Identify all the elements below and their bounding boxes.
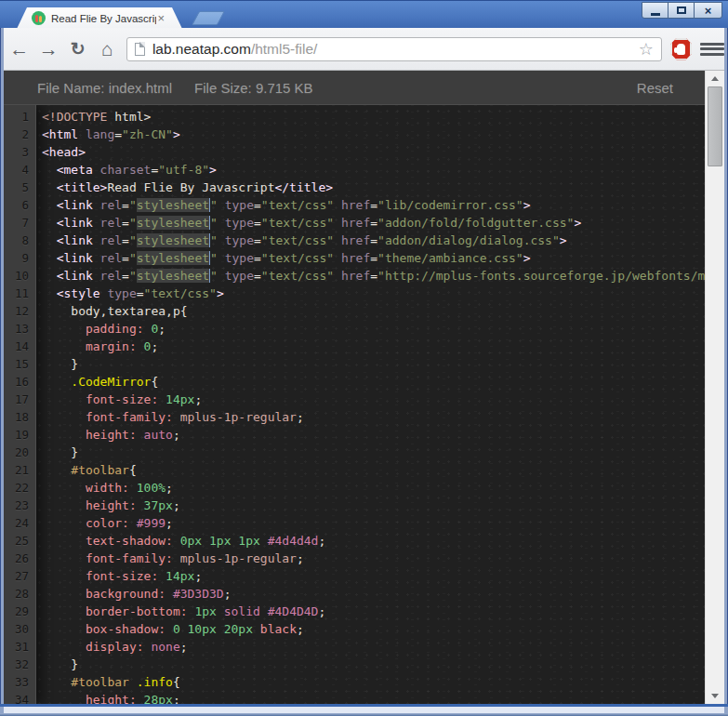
code-line[interactable]: <link rel="stylesheet" type="text/css" h… — [42, 249, 705, 267]
code-token-prop: height: — [86, 428, 137, 442]
code-line[interactable]: border-bottom: 1px solid #4D4D4D; — [42, 603, 705, 620]
code-editor[interactable]: 1234567891011121314151617181920212223242… — [4, 105, 705, 704]
code-line[interactable]: height: 28px; — [42, 691, 705, 704]
tab-title: Read Flie By Javascript — [51, 13, 156, 24]
maximize-icon — [677, 7, 686, 14]
code-line[interactable]: #toolbar{ — [42, 461, 705, 479]
code-token-attr: rel — [93, 198, 122, 212]
code-token-hl: stylesheet — [137, 198, 210, 212]
code-token-str: " — [129, 251, 137, 265]
code-token-atom: solid — [224, 604, 260, 618]
code-line[interactable]: padding: 0; — [42, 320, 705, 338]
code-line[interactable]: font-size: 14px; — [42, 567, 705, 585]
code-token-plain: = — [370, 251, 377, 265]
code-token-str: " — [129, 269, 137, 283]
code-line[interactable]: <head> — [42, 143, 705, 161]
code-line[interactable]: height: auto; — [42, 426, 705, 444]
code-token-num: 100% — [137, 481, 165, 495]
scroll-up-button[interactable] — [706, 71, 724, 86]
code-token-plain — [42, 693, 86, 704]
minimize-button[interactable] — [642, 2, 668, 19]
code-token-atom: #3D3D3D — [173, 587, 224, 601]
forward-button[interactable]: → — [34, 35, 61, 63]
code-line[interactable]: <link rel="stylesheet" type="text/css" h… — [42, 267, 705, 285]
code-token-plain: = — [114, 127, 122, 141]
code-line[interactable]: <title>Read Flie By Javascript</title> — [42, 179, 705, 196]
code-line[interactable]: <link rel="stylesheet" type="text/css" h… — [42, 214, 705, 232]
code-token-prop: padding: — [86, 322, 144, 336]
bookmark-star-icon[interactable]: ☆ — [639, 39, 654, 60]
code-line[interactable]: text-shadow: 0px 1px 1px #4d4d4d; — [42, 532, 705, 550]
code-line[interactable]: background: #3D3D3D; — [42, 585, 705, 603]
code-token-plain — [42, 198, 57, 212]
code-line[interactable]: color: #999; — [42, 514, 705, 532]
menu-icon — [700, 43, 724, 46]
code-token-plain: ; — [297, 410, 304, 424]
url-text[interactable]: lab.neatap.com/html5-file/ — [152, 41, 633, 58]
page-icon[interactable] — [135, 43, 145, 56]
back-button[interactable]: ← — [6, 35, 33, 63]
code-token-plain — [42, 569, 86, 583]
code-line[interactable]: <!DOCTYPE html> — [42, 108, 705, 126]
code-line[interactable]: box-shadow: 0 10px 20px black; — [42, 620, 705, 638]
code-line[interactable]: <html lang="zh-CN"> — [42, 126, 705, 143]
code-line[interactable]: #toolbar .info{ — [42, 673, 705, 691]
code-line[interactable]: .CodeMirror{ — [42, 373, 705, 391]
code-token-plain: = — [370, 198, 377, 212]
scrollbar-thumb[interactable] — [708, 86, 722, 166]
line-number: 33 — [4, 673, 35, 691]
code-token-plain: { — [173, 675, 180, 689]
code-token-plain — [260, 604, 268, 618]
code-token-plain — [42, 463, 71, 477]
code-token-plain — [42, 640, 86, 654]
code-line[interactable]: <style type="text/css"> — [42, 285, 705, 302]
code-area[interactable]: <!DOCTYPE html><html lang="zh-CN"><head>… — [36, 105, 705, 704]
reload-button[interactable]: ↻ — [64, 35, 91, 63]
vertical-scrollbar[interactable] — [705, 71, 724, 704]
maximize-button[interactable] — [668, 2, 695, 19]
code-token-str: "text/css" — [261, 198, 334, 212]
window-bottom-frame — [0, 704, 728, 716]
home-button[interactable]: ⌂ — [93, 35, 120, 63]
code-token-str: "text/css" — [144, 286, 217, 300]
code-line[interactable]: body,textarea,p{ — [42, 302, 705, 320]
new-tab-button[interactable] — [192, 11, 225, 25]
browser-tab[interactable]: Read Flie By Javascript × — [17, 7, 182, 29]
line-number: 12 — [4, 302, 35, 320]
chrome-menu-button[interactable] — [700, 39, 724, 60]
code-token-prop: height: — [86, 693, 137, 704]
code-token-str: " — [129, 216, 137, 230]
code-token-plain — [42, 551, 86, 565]
code-line[interactable]: font-family: mplus-1p-regular; — [42, 408, 705, 426]
code-token-prop: font-family: — [86, 410, 173, 424]
code-line[interactable]: <link rel="stylesheet" type="text/css" h… — [42, 232, 705, 249]
reset-button[interactable]: Reset — [637, 80, 673, 96]
code-token-tag: <link — [57, 233, 93, 247]
adblock-extension-icon[interactable] — [670, 38, 693, 60]
code-token-num: 20px — [224, 622, 253, 636]
tab-close-icon[interactable]: × — [156, 12, 165, 24]
code-line[interactable]: margin: 0; — [42, 338, 705, 355]
code-token-tag: <link — [57, 216, 93, 230]
code-token-plain: ; — [318, 604, 325, 618]
code-token-prop: width: — [86, 481, 129, 495]
code-line[interactable]: width: 100%; — [42, 479, 705, 497]
code-line[interactable]: } — [42, 355, 705, 373]
scroll-down-button[interactable] — [706, 688, 724, 704]
code-token-plain: ; — [173, 693, 180, 704]
close-button[interactable]: × — [694, 2, 722, 19]
code-line[interactable]: <link rel="stylesheet" type="text/css" h… — [42, 196, 705, 214]
code-line[interactable]: font-family: mplus-1p-regular; — [42, 550, 705, 567]
address-bar[interactable]: lab.neatap.com/html5-file/ ☆ — [126, 37, 662, 61]
code-line[interactable]: } — [42, 444, 705, 461]
code-line[interactable]: display: none; — [42, 638, 705, 656]
code-token-plain — [42, 180, 57, 194]
code-token-str: " — [210, 251, 218, 265]
code-token-tag: <style — [57, 286, 100, 300]
code-token-tag: > — [209, 163, 217, 177]
code-token-plain: ; — [173, 498, 180, 512]
code-line[interactable]: } — [42, 656, 705, 673]
code-line[interactable]: height: 37px; — [42, 497, 705, 514]
code-line[interactable]: font-size: 14px; — [42, 391, 705, 408]
code-line[interactable]: <meta charset="utf-8"> — [42, 161, 705, 179]
